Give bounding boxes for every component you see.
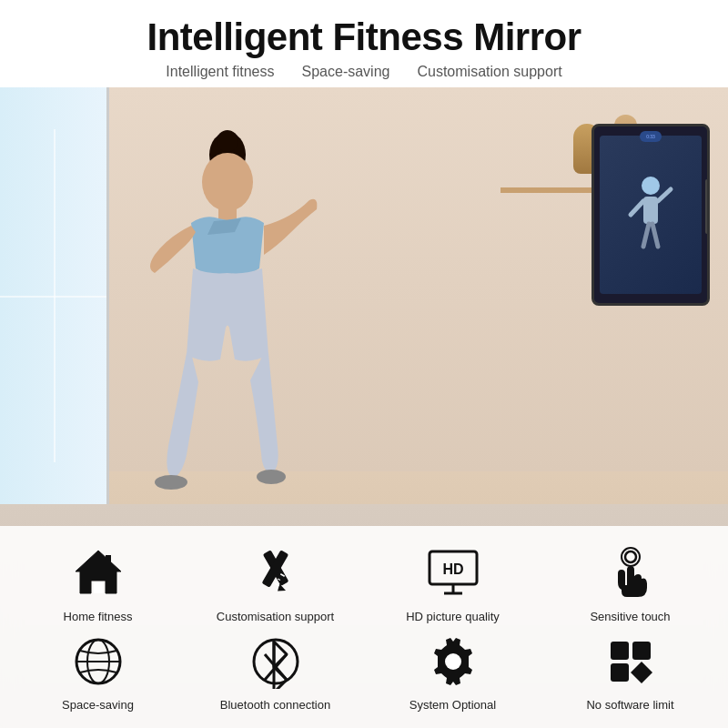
subtitle-row: Intelligent fitness Space-saving Customi…	[9, 64, 719, 80]
touch-label: Sensitive touch	[590, 610, 670, 623]
feature-hd: HD HD picture quality	[375, 544, 531, 623]
svg-point-10	[155, 475, 187, 490]
feature-system-optional: System Optional	[375, 632, 531, 712]
svg-point-25	[625, 551, 636, 562]
svg-rect-13	[94, 582, 103, 593]
touch-icon	[602, 544, 660, 602]
hd-monitor-icon: HD	[424, 544, 482, 602]
svg-rect-37	[611, 663, 629, 682]
svg-point-33	[254, 640, 298, 683]
svg-line-20	[275, 583, 278, 586]
pencil-ruler-icon	[247, 544, 305, 602]
feature-customisation: Customisation support	[197, 544, 354, 623]
no-software-limit-label: No software limit	[586, 698, 673, 712]
mirror-device: 0:33	[592, 124, 710, 306]
svg-marker-38	[631, 662, 652, 683]
feature-no-software-limit: No software limit	[552, 632, 709, 712]
feature-bluetooth: Bluetooth connection	[197, 632, 354, 712]
subtitle-item-0: Intelligent fitness	[166, 64, 274, 80]
svg-point-11	[257, 470, 286, 484]
system-optional-label: System Optional	[410, 698, 496, 712]
svg-line-5	[652, 224, 658, 247]
mirror-screen	[600, 136, 702, 295]
svg-point-8	[202, 153, 253, 211]
header: Intelligent Fitness Mirror Intelligent f…	[0, 0, 728, 87]
globe-icon	[69, 632, 127, 691]
subtitle-item-1: Space-saving	[302, 64, 390, 80]
trainer-figure	[623, 169, 678, 260]
svg-point-0	[642, 177, 660, 195]
svg-point-7	[217, 130, 238, 152]
svg-rect-36	[632, 642, 651, 660]
house-icon	[69, 544, 127, 602]
subtitle-item-2: Customisation support	[417, 64, 561, 80]
features-panel: Home fitness	[0, 526, 728, 728]
features-row-1: Home fitness	[9, 544, 719, 623]
svg-line-3	[658, 189, 671, 201]
feature-home-fitness: Home fitness	[20, 544, 177, 623]
space-saving-label: Space-saving	[62, 698, 134, 712]
svg-line-2	[631, 201, 643, 215]
svg-point-34	[445, 653, 461, 670]
home-fitness-label: Home fitness	[64, 610, 133, 623]
tiles-icon	[602, 632, 660, 691]
main-title: Intelligent Fitness Mirror	[9, 16, 719, 58]
bluetooth-icon	[247, 632, 305, 691]
gear-icon	[424, 632, 482, 691]
feature-touch: Sensitive touch	[552, 544, 709, 623]
hd-label: HD picture quality	[406, 610, 500, 623]
features-row-2: Space-saving	[9, 632, 719, 712]
svg-rect-35	[611, 642, 629, 660]
person-figure	[73, 127, 346, 510]
feature-space-saving: Space-saving	[20, 632, 177, 712]
svg-text:HD: HD	[442, 561, 463, 577]
page-container: Intelligent Fitness Mirror Intelligent f…	[0, 0, 728, 728]
hero-section: 0:33	[0, 87, 728, 728]
svg-line-4	[643, 224, 649, 247]
svg-rect-14	[106, 555, 111, 566]
bluetooth-label: Bluetooth connection	[220, 698, 330, 712]
customisation-label: Customisation support	[217, 610, 334, 623]
